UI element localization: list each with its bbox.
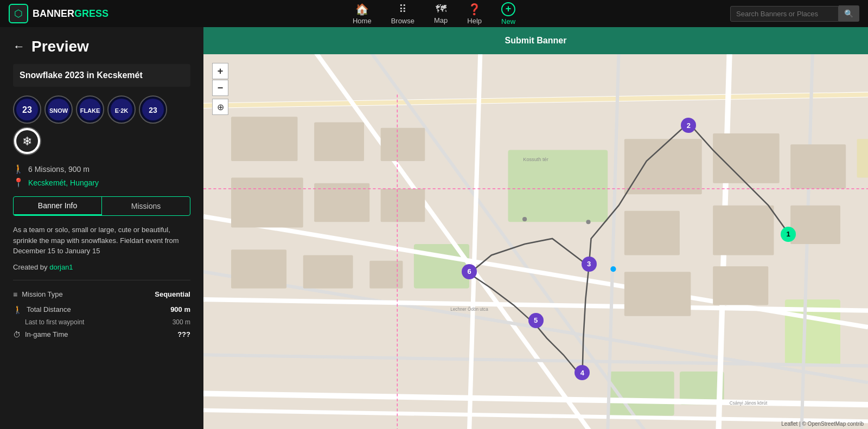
search-input[interactable] [730, 6, 839, 22]
creator-link[interactable]: dorjan1 [49, 263, 73, 271]
zoom-in-button[interactable]: + [212, 63, 228, 79]
waypoint-5: 5 [528, 313, 544, 328]
location-icon: 📍 [13, 177, 24, 188]
map-icon: 🗺 [436, 3, 446, 15]
total-distance-label: 🚶 Total Distance [13, 305, 71, 314]
missions-count: 6 Missions, 900 m [28, 165, 90, 174]
svg-point-56 [586, 220, 590, 224]
help-icon: ❓ [468, 3, 481, 16]
search-button[interactable]: 🔍 [839, 5, 859, 22]
locate-button[interactable]: ⊕ [212, 99, 228, 115]
banner-name: Snowflake 2023 in Kecskemét [13, 64, 190, 87]
svg-point-55 [610, 266, 616, 272]
banner-description: As a team or solo, small or large, cute … [13, 225, 190, 257]
svg-text:SNOW: SNOW [49, 107, 68, 114]
svg-rect-33 [314, 123, 364, 161]
map-area: Submit Banner [203, 27, 868, 429]
svg-rect-37 [381, 189, 425, 222]
svg-text:23: 23 [22, 105, 32, 114]
search-bar: 🔍 [730, 5, 859, 22]
tab-banner-info[interactable]: Banner Info [14, 197, 102, 215]
last-to-first-row: Last to first waypoint 300 m [13, 317, 190, 327]
missions-icon: 🚶 [13, 164, 24, 174]
nav-browse-label: Browse [391, 17, 414, 25]
zoom-out-button[interactable]: − [212, 80, 228, 96]
submit-banner-label: Submit Banner [505, 36, 567, 46]
svg-point-57 [522, 217, 527, 221]
map-background: Kossuth tér Lechner Ödön utca Csányi Ján… [203, 54, 868, 429]
nav-home[interactable]: 🏠 Home [353, 3, 372, 25]
map-controls: + − ⊕ [212, 63, 228, 115]
sidebar-header: ← Preview [0, 27, 203, 64]
svg-rect-39 [713, 133, 779, 183]
total-distance-value: 900 m [170, 305, 190, 313]
back-button[interactable]: ← [13, 40, 25, 54]
distance-icon: 🚶 [13, 305, 22, 314]
banner-icon-5: 23 [139, 95, 167, 124]
waypoint-4: 4 [575, 365, 590, 380]
sidebar-content: Snowflake 2023 in Kecskemét 23 SNOW [0, 64, 203, 429]
nav-map-label: Map [434, 16, 448, 24]
nav-browse[interactable]: ⠿ Browse [391, 3, 414, 25]
svg-rect-43 [303, 255, 353, 289]
svg-rect-44 [369, 261, 403, 289]
home-icon: 🏠 [355, 3, 369, 16]
banner-icon-2: SNOW [44, 95, 73, 124]
stat-location: 📍 Kecskemét, Hungary [13, 177, 190, 188]
time-icon: ⏱ [13, 330, 21, 339]
map-attribution: Leaflet | © OpenStreetMap contrib [781, 421, 864, 427]
banner-icon-3: FLAKE [76, 95, 104, 124]
svg-rect-34 [381, 128, 425, 161]
waypoint-2: 2 [681, 118, 696, 133]
svg-text:23: 23 [149, 106, 157, 114]
page-title: Preview [31, 38, 89, 55]
map-container[interactable]: Kossuth tér Lechner Ödön utca Csányi Ján… [203, 54, 868, 429]
total-distance-row: 🚶 Total Distance 900 m [13, 302, 190, 317]
created-by: Created by dorjan1 [13, 263, 190, 271]
mission-type-value: Sequential [155, 290, 190, 298]
nav-help[interactable]: ❓ Help [467, 3, 482, 25]
banner-icons: 23 SNOW FLAKE [13, 95, 190, 155]
nav-center: 🏠 Home ⠿ Browse 🗺 Map ❓ Help + New [353, 2, 515, 25]
nav-map[interactable]: 🗺 Map [434, 3, 448, 24]
svg-rect-32 [231, 117, 298, 161]
nav-new[interactable]: + New [501, 2, 515, 25]
navbar: ⬡ BANNERGRESS 🏠 Home ⠿ Browse 🗺 Map ❓ He… [0, 0, 868, 27]
logo-text: BANNERGRESS [33, 8, 108, 20]
svg-text:FLAKE: FLAKE [80, 107, 100, 114]
submit-banner-bar[interactable]: Submit Banner [203, 27, 868, 54]
svg-rect-45 [624, 272, 691, 316]
main-layout: ← Preview Snowflake 2023 in Kecskemét 23… [0, 27, 868, 429]
banner-details: ≡ Mission Type Sequential 🚶 Total Distan… [13, 280, 190, 342]
banner-icon-1: 23 [13, 95, 41, 124]
sidebar: ← Preview Snowflake 2023 in Kecskemét 23… [0, 27, 203, 429]
svg-text:Csányi János körút: Csányi János körút [730, 401, 768, 406]
svg-text:E·2K: E·2K [115, 107, 129, 114]
svg-text:Lechner Ödön utca: Lechner Ödön utca [450, 306, 488, 312]
waypoint-6: 6 [462, 264, 477, 279]
stat-missions: 🚶 6 Missions, 900 m [13, 164, 190, 174]
mission-type-label: ≡ Mission Type [13, 290, 63, 299]
waypoint-3: 3 [582, 257, 597, 272]
in-game-time-label: ⏱ In-game Time [13, 330, 68, 339]
svg-rect-36 [314, 183, 369, 222]
banner-icon-4: E·2K [107, 95, 136, 124]
svg-rect-41 [713, 206, 774, 255]
mission-type-row: ≡ Mission Type Sequential [13, 287, 190, 302]
banner-stats: 🚶 6 Missions, 900 m 📍 Kecskemét, Hungary [13, 164, 190, 188]
logo-icon: ⬡ [9, 4, 28, 23]
svg-rect-38 [624, 139, 702, 194]
last-to-first-value: 300 m [173, 318, 190, 326]
svg-rect-47 [790, 144, 846, 189]
location-link[interactable]: Kecskemét, Hungary [28, 178, 99, 187]
new-icon: + [501, 2, 515, 16]
logo[interactable]: ⬡ BANNERGRESS [9, 4, 108, 23]
nav-new-label: New [501, 17, 515, 25]
svg-text:❄: ❄ [22, 135, 32, 148]
tab-missions[interactable]: Missions [102, 197, 190, 215]
svg-rect-40 [624, 211, 680, 255]
nav-help-label: Help [467, 17, 482, 25]
browse-icon: ⠿ [399, 3, 407, 16]
svg-text:Kossuth tér: Kossuth tér [523, 157, 548, 162]
svg-rect-46 [713, 266, 768, 305]
